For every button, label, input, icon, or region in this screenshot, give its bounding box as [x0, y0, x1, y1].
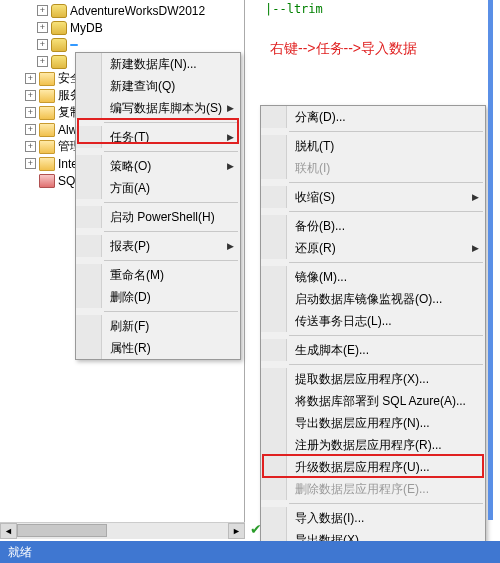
menu-item[interactable]: 升级数据层应用程序(U)... [261, 456, 485, 478]
menu-icon-column [261, 215, 287, 237]
vertical-scrollbar[interactable] [488, 0, 493, 520]
tree-node-selected[interactable]: + [0, 36, 244, 53]
menu-item[interactable]: 启动 PowerShell(H) [76, 206, 240, 228]
menu-icon-column [76, 75, 102, 97]
menu-item[interactable]: 将数据库部署到 SQL Azure(A)... [261, 390, 485, 412]
menu-icon-column [261, 237, 287, 259]
expand-icon[interactable]: + [37, 5, 48, 16]
menu-separator [104, 122, 238, 123]
menu-icon-column [261, 106, 287, 128]
menu-item-label: 升级数据层应用程序(U)... [287, 459, 467, 476]
menu-item[interactable]: 生成脚本(E)... [261, 339, 485, 361]
context-menu: 新建数据库(N)...新建查询(Q)编写数据库脚本为(S)▶任务(T)▶策略(O… [75, 52, 241, 360]
database-icon [51, 38, 67, 52]
menu-item[interactable]: 还原(R)▶ [261, 237, 485, 259]
menu-separator [104, 260, 238, 261]
menu-item-label: 编写数据库脚本为(S) [102, 100, 222, 117]
database-icon [51, 4, 67, 18]
submenu-arrow-icon: ▶ [472, 192, 479, 202]
menu-item[interactable]: 策略(O)▶ [76, 155, 240, 177]
menu-item-label: 任务(T) [102, 129, 222, 146]
menu-item[interactable]: 导出数据层应用程序(N)... [261, 412, 485, 434]
sql-agent-icon [39, 174, 55, 188]
menu-item[interactable]: 脱机(T) [261, 135, 485, 157]
expand-icon[interactable]: + [25, 90, 36, 101]
menu-icon-column [261, 339, 287, 361]
menu-item-label: 启动 PowerShell(H) [102, 209, 222, 226]
menu-icon-column [261, 135, 287, 157]
menu-item[interactable]: 分离(D)... [261, 106, 485, 128]
menu-item-label: 报表(P) [102, 238, 222, 255]
expand-icon[interactable]: + [25, 158, 36, 169]
menu-item[interactable]: 备份(B)... [261, 215, 485, 237]
menu-item[interactable]: 注册为数据层应用程序(R)... [261, 434, 485, 456]
menu-icon-column [76, 177, 102, 199]
menu-item[interactable]: 报表(P)▶ [76, 235, 240, 257]
expand-icon[interactable]: + [37, 39, 48, 50]
database-icon [51, 55, 67, 69]
menu-item[interactable]: 传送事务日志(L)... [261, 310, 485, 332]
menu-item-label: 传送事务日志(L)... [287, 313, 467, 330]
menu-item[interactable]: 编写数据库脚本为(S)▶ [76, 97, 240, 119]
menu-item[interactable]: 收缩(S)▶ [261, 186, 485, 208]
menu-separator [104, 151, 238, 152]
menu-icon-column [76, 126, 102, 148]
scroll-track[interactable] [17, 523, 228, 539]
menu-item-label: 新建查询(Q) [102, 78, 222, 95]
scroll-thumb[interactable] [17, 524, 107, 537]
menu-item[interactable]: 镜像(M)... [261, 266, 485, 288]
horizontal-scrollbar[interactable]: ◄ ► [0, 522, 245, 539]
tree-node[interactable]: + AdventureWorksDW2012 [0, 2, 244, 19]
menu-separator [289, 364, 483, 365]
tree-label [70, 44, 78, 46]
menu-icon-column [261, 186, 287, 208]
expand-icon[interactable]: + [37, 56, 48, 67]
folder-icon [39, 123, 55, 137]
menu-separator [289, 335, 483, 336]
menu-item[interactable]: 任务(T)▶ [76, 126, 240, 148]
menu-icon-column [76, 286, 102, 308]
scroll-left-button[interactable]: ◄ [0, 523, 17, 539]
menu-item[interactable]: 启动数据库镜像监视器(O)... [261, 288, 485, 310]
tree-label: AdventureWorksDW2012 [70, 4, 205, 18]
menu-separator [289, 182, 483, 183]
menu-separator [104, 231, 238, 232]
menu-item[interactable]: 删除(D) [76, 286, 240, 308]
status-bar: 就绪 [0, 541, 500, 563]
folder-icon [39, 140, 55, 154]
menu-icon-column [76, 235, 102, 257]
menu-icon-column [261, 288, 287, 310]
menu-item-label: 将数据库部署到 SQL Azure(A)... [287, 393, 467, 410]
menu-item-label: 提取数据层应用程序(X)... [287, 371, 467, 388]
menu-icon-column [76, 337, 102, 359]
expand-icon[interactable]: + [37, 22, 48, 33]
menu-icon-column [261, 266, 287, 288]
menu-icon-column [261, 390, 287, 412]
menu-icon-column [261, 310, 287, 332]
menu-icon-column [76, 97, 102, 119]
expand-icon[interactable]: + [25, 107, 36, 118]
menu-item[interactable]: 属性(R) [76, 337, 240, 359]
menu-item-label: 生成脚本(E)... [287, 342, 467, 359]
tree-label: MyDB [70, 21, 103, 35]
menu-item[interactable]: 提取数据层应用程序(X)... [261, 368, 485, 390]
tree-node[interactable]: + MyDB [0, 19, 244, 36]
folder-icon [39, 157, 55, 171]
menu-item[interactable]: 重命名(M) [76, 264, 240, 286]
folder-icon [39, 89, 55, 103]
menu-item-label: 方面(A) [102, 180, 222, 197]
scroll-right-button[interactable]: ► [228, 523, 245, 539]
menu-item[interactable]: 新建数据库(N)... [76, 53, 240, 75]
menu-item[interactable]: 导入数据(I)... [261, 507, 485, 529]
expand-icon[interactable]: + [25, 73, 36, 84]
menu-item[interactable]: 新建查询(Q) [76, 75, 240, 97]
menu-item[interactable]: 方面(A) [76, 177, 240, 199]
expand-icon[interactable]: + [25, 124, 36, 135]
menu-icon-column [261, 507, 287, 529]
menu-item[interactable]: 刷新(F) [76, 315, 240, 337]
submenu-arrow-icon: ▶ [227, 161, 234, 171]
expand-icon[interactable]: + [25, 141, 36, 152]
menu-item: 联机(I) [261, 157, 485, 179]
menu-icon-column [261, 478, 287, 500]
menu-item-label: 分离(D)... [287, 109, 467, 126]
